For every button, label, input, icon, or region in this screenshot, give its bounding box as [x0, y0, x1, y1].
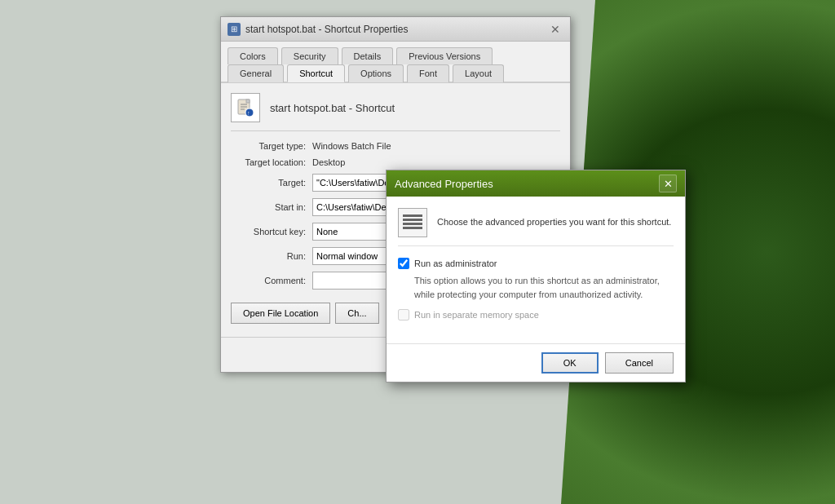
run-label: Run:	[231, 251, 312, 261]
tab-general[interactable]: General	[228, 64, 284, 82]
tab-previous-versions[interactable]: Previous Versions	[396, 47, 493, 64]
svg-rect-8	[403, 219, 422, 221]
svg-text:↑: ↑	[247, 110, 250, 116]
target-type-row: Target type: Windows Batch File	[231, 141, 560, 151]
title-left: ⊞ start hotspot.bat - Shortcut Propertie…	[228, 23, 408, 36]
dialog-titlebar: Advanced Properties ✕	[387, 170, 685, 197]
shortcut-header: ↑ start hotspot.bat - Shortcut	[231, 93, 560, 131]
window-app-icon: ⊞	[228, 23, 241, 36]
admin-option-description: This option allows you to run this short…	[414, 274, 674, 301]
dialog-title: Advanced Properties	[395, 178, 493, 190]
run-as-admin-row: Run as administrator	[398, 258, 674, 269]
target-label: Target:	[231, 178, 312, 188]
tab-shortcut[interactable]: Shortcut	[287, 64, 345, 82]
run-in-memory-checkbox[interactable]	[398, 309, 409, 321]
dialog-header-row: Choose the advanced properties you want …	[398, 208, 674, 246]
tab-font[interactable]: Font	[407, 64, 449, 82]
shortcut-key-label: Shortcut key:	[231, 227, 312, 237]
dialog-icon	[398, 208, 427, 237]
open-file-location-button[interactable]: Open File Location	[231, 303, 330, 324]
tab-layout[interactable]: Layout	[453, 64, 504, 82]
comment-label: Comment:	[231, 276, 312, 285]
target-location-value: Desktop	[312, 157, 345, 167]
run-as-admin-label[interactable]: Run as administrator	[414, 259, 497, 268]
target-location-label: Target location:	[231, 157, 312, 167]
tab-security[interactable]: Security	[281, 47, 338, 64]
tab-options[interactable]: Options	[348, 64, 404, 82]
dialog-ok-button[interactable]: OK	[541, 352, 599, 374]
window-title: start hotspot.bat - Shortcut Properties	[245, 24, 408, 35]
svg-rect-7	[403, 214, 422, 217]
dialog-content: Choose the advanced properties you want …	[387, 197, 685, 337]
window-close-button[interactable]: ✕	[547, 21, 563, 38]
tab-colors[interactable]: Colors	[228, 47, 278, 64]
target-location-row: Target location: Desktop	[231, 157, 560, 167]
change-icon-button[interactable]: Ch...	[335, 303, 378, 324]
start-in-label: Start in:	[231, 202, 312, 212]
svg-rect-1	[246, 99, 250, 103]
dialog-cancel-button[interactable]: Cancel	[605, 352, 674, 374]
dialog-footer: OK Cancel	[387, 343, 685, 382]
run-in-memory-label: Run in separate memory space	[414, 310, 539, 320]
run-as-admin-checkbox[interactable]	[398, 258, 409, 269]
dialog-close-button[interactable]: ✕	[659, 175, 677, 192]
target-type-value: Windows Batch File	[312, 141, 391, 151]
svg-rect-9	[403, 223, 422, 225]
tabs-row-2: General Shortcut Options Font Layout	[221, 64, 570, 83]
shortcut-name-label: start hotspot.bat - Shortcut	[270, 102, 395, 114]
tabs-row-1: Colors Security Details Previous Version…	[221, 42, 570, 64]
shortcut-file-icon: ↑	[231, 93, 260, 122]
run-in-memory-row: Run in separate memory space	[398, 309, 674, 321]
advanced-properties-dialog: Advanced Properties ✕ Choose the advance…	[386, 170, 686, 382]
window-titlebar: ⊞ start hotspot.bat - Shortcut Propertie…	[221, 17, 570, 42]
tab-details[interactable]: Details	[342, 47, 394, 64]
target-type-label: Target type:	[231, 141, 312, 151]
svg-rect-10	[403, 227, 422, 229]
dialog-description: Choose the advanced properties you want …	[437, 216, 674, 228]
